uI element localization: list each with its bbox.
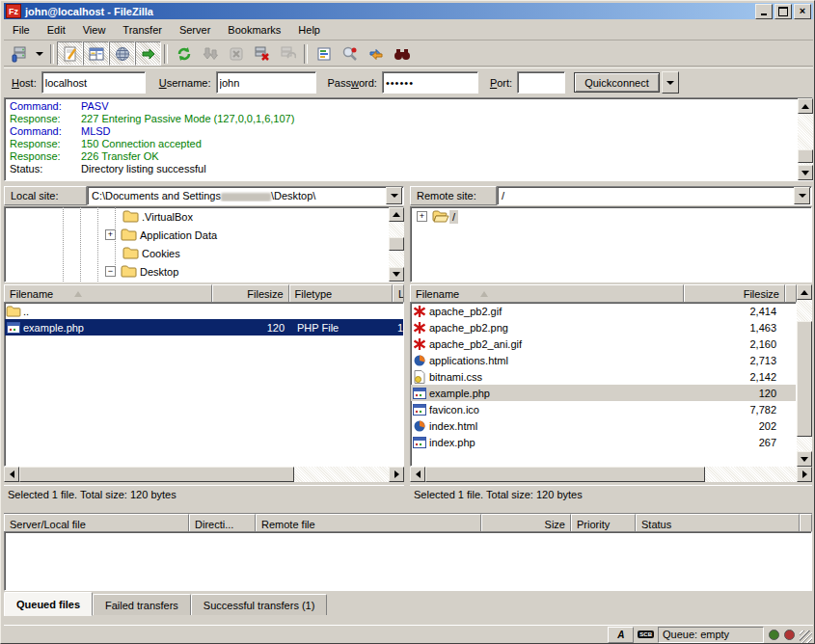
site-manager-button[interactable] [6, 41, 32, 66]
port-input[interactable] [517, 71, 565, 94]
column-header-filler [785, 284, 797, 304]
collapse-icon[interactable]: − [105, 266, 116, 277]
process-queue-button[interactable] [197, 41, 223, 66]
file-row-parent[interactable]: .. [5, 303, 403, 319]
refresh-button[interactable] [171, 41, 197, 66]
column-header-filesize[interactable]: Filesize [684, 284, 785, 304]
toolbar [4, 41, 813, 67]
disconnect-button[interactable] [249, 41, 275, 66]
file-row[interactable]: applications.html 2,713 [411, 352, 796, 368]
username-input[interactable] [216, 71, 316, 94]
css-file-icon [414, 370, 425, 384]
tree-guide [115, 207, 116, 265]
sort-ascending-icon [74, 291, 82, 297]
local-tree-scrollbar[interactable] [389, 207, 404, 282]
menu-edit[interactable]: Edit [39, 21, 74, 39]
file-row[interactable]: index.php 267 [411, 434, 796, 450]
minimize-icon [761, 13, 767, 15]
cancel-button[interactable] [223, 41, 249, 66]
file-row-selected[interactable]: example.php 120 [411, 385, 796, 401]
scrollbar-thumb[interactable] [389, 237, 404, 251]
local-site-dropdown-button[interactable] [386, 187, 402, 204]
queue-list [4, 531, 812, 591]
menu-view[interactable]: View [74, 21, 115, 39]
scroll-down-icon [801, 171, 809, 175]
tree-item-cookies[interactable]: Cookies [5, 244, 403, 262]
tab-failed-transfers[interactable]: Failed transfers [93, 594, 191, 615]
scrollbar-thumb[interactable] [19, 467, 294, 482]
tree-item-virtualbox[interactable]: .VirtualBox [5, 207, 403, 226]
remote-file-list: apache_pb2.gif 2,414 apache_pb2.png 1,46… [410, 302, 797, 467]
file-row[interactable]: apache_pb2.gif 2,414 [411, 303, 796, 319]
tab-successful-transfers[interactable]: Successful transfers (1) [191, 594, 328, 615]
reconnect-button[interactable] [275, 41, 301, 66]
toggle-message-log-button[interactable] [57, 41, 83, 66]
reconnect-icon [280, 45, 296, 62]
quickconnect-dropdown-button[interactable] [662, 71, 679, 94]
file-row[interactable]: favicon.ico 7,782 [411, 401, 796, 417]
quickconnect-button[interactable]: Quickconnect [574, 72, 660, 93]
remote-hscrollbar[interactable] [410, 467, 812, 482]
tree-item-root[interactable]: + / [411, 207, 811, 226]
local-site-label: Local site: [4, 186, 87, 205]
file-row[interactable]: index.html 202 [411, 417, 796, 434]
local-site-combo[interactable]: C:\Documents and Settings\Desktop\ [87, 186, 404, 205]
column-header-filetype[interactable]: Filetype [289, 284, 393, 304]
close-button[interactable]: × [794, 4, 811, 19]
remote-list-scrollbar[interactable] [797, 284, 812, 467]
file-row-selected[interactable]: example.php 120 PHP File 1 [5, 319, 403, 335]
tree-item-application-data[interactable]: + Application Data [5, 226, 403, 244]
local-hscrollbar[interactable] [4, 467, 404, 482]
minimize-button[interactable] [755, 4, 773, 19]
menu-bookmarks[interactable]: Bookmarks [219, 21, 289, 39]
tab-queued-files[interactable]: Queued files [4, 592, 93, 616]
php-file-icon [7, 322, 20, 334]
menu-file[interactable]: File [4, 21, 39, 39]
scroll-right-icon [394, 470, 399, 478]
expand-icon[interactable]: + [417, 211, 427, 222]
file-row[interactable]: apache_pb2.png 1,463 [411, 319, 796, 335]
filter-icon [316, 46, 332, 62]
remote-site-combo[interactable]: / [497, 186, 812, 205]
compare-directories-button[interactable] [337, 41, 363, 66]
toggle-remote-tree-button[interactable] [109, 41, 135, 66]
file-row[interactable]: bitnami.css 2,142 [411, 368, 796, 385]
directory-filters-button[interactable] [311, 41, 337, 66]
menu-help[interactable]: Help [289, 21, 329, 39]
speed-limit-icon[interactable]: SCB [638, 631, 654, 638]
find-files-button[interactable] [389, 41, 415, 66]
remote-site-dropdown-button[interactable] [794, 187, 810, 204]
folder-icon [121, 228, 137, 241]
log-scrollbar[interactable] [798, 98, 813, 180]
binoculars-icon [394, 46, 411, 62]
scrollbar-thumb[interactable] [797, 321, 812, 437]
maximize-button[interactable] [774, 4, 792, 19]
menu-bar: File Edit View Transfer Server Bookmarks… [4, 19, 813, 40]
menu-transfer[interactable]: Transfer [114, 21, 171, 39]
toggle-local-tree-button[interactable] [83, 41, 109, 66]
resize-grip[interactable] [800, 631, 812, 643]
filezilla-window: Fz john@localhost - FileZilla × File Edi… [0, 0, 815, 644]
column-header-filename[interactable]: Filename [410, 284, 684, 304]
site-manager-dropdown-button[interactable] [32, 41, 47, 66]
scrollbar-thumb[interactable] [425, 467, 705, 482]
tree-item-desktop[interactable]: − Desktop [5, 262, 403, 281]
menu-server[interactable]: Server [171, 21, 219, 39]
chevron-down-icon [391, 194, 398, 198]
host-input[interactable] [41, 71, 146, 94]
column-header-filename[interactable]: Filename [4, 284, 212, 304]
file-row[interactable]: apache_pb2_ani.gif 2,160 [411, 335, 796, 352]
scroll-left-icon [10, 470, 14, 478]
toggle-transfer-queue-button[interactable] [135, 41, 161, 66]
toolbar-separator [164, 44, 168, 64]
column-header-lastmodified[interactable]: L [393, 284, 404, 304]
scrollbar-thumb[interactable] [798, 149, 813, 163]
remote-list-header: Filename Filesize [410, 284, 797, 302]
password-input[interactable] [382, 71, 478, 94]
local-tree-icon [89, 46, 104, 62]
filezilla-logo-icon: Fz [6, 4, 21, 18]
column-header-filesize[interactable]: Filesize [212, 284, 288, 304]
synchronized-browsing-button[interactable] [363, 41, 389, 66]
window-title: john@localhost - FileZilla [25, 6, 753, 17]
scroll-up-icon [801, 290, 808, 295]
